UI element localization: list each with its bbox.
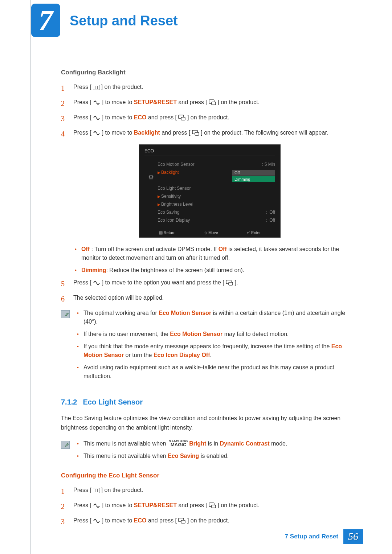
section-title: 7.1.2Eco Light Sensor <box>61 398 359 406</box>
note-item: The optimal working area for Eco Motion … <box>75 309 359 326</box>
section-heading: Configuring Backlight <box>61 69 359 76</box>
osd-row-eco-icon: Eco Icon Display : Off <box>158 216 275 224</box>
keyword: Off <box>219 246 227 252</box>
step-5: 5 Press [ ] to move to the option you wa… <box>61 278 359 289</box>
steps-list-1: 1 Press [ ] on the product. 2 Press [ ] … <box>61 83 359 139</box>
step-text: ] to move to the option you want and pre… <box>102 279 224 286</box>
keyword: Off <box>81 246 90 252</box>
note-item: If you think that the mode entry message… <box>75 342 359 360</box>
osd-label: Eco Saving <box>158 210 180 215</box>
step-text: Press [ <box>73 114 91 120</box>
step-text: ] on the product. The following screen w… <box>201 130 328 136</box>
osd-value: : Off <box>261 218 275 223</box>
step-6: 6 The selected option will be applied. <box>61 294 359 304</box>
step-text: and press [ <box>162 130 190 136</box>
keyword: Backlight <box>134 130 160 136</box>
chapter-number: 7 <box>31 4 60 37</box>
keyword: Eco Motion Sensor <box>159 310 211 316</box>
step-1: 1 Press [ ] on the product. <box>61 83 359 94</box>
enter-icon <box>209 502 216 508</box>
chapter-title: Setup and Reset <box>70 13 178 29</box>
footer-title: 7 Setup and Reset <box>285 533 338 540</box>
osd-value: : Off <box>261 210 275 215</box>
keyword: Eco Saving <box>168 453 199 459</box>
osd-enter: ⏎ Enter <box>247 230 261 235</box>
osd-option-off: Off <box>232 170 275 176</box>
step-text: ] on the product. <box>218 502 260 508</box>
osd-title: ECO <box>144 148 275 156</box>
updown-icon <box>93 503 100 508</box>
step-number: 2 <box>61 98 73 109</box>
step-text: Press [ <box>73 99 91 105</box>
page-content: Configuring Backlight 1 Press [ ] on the… <box>61 69 359 532</box>
page-footer: 7 Setup and Reset 56 <box>0 529 392 544</box>
step2-2: 2 Press [ ] to move to SETUP&RESET and p… <box>61 501 359 512</box>
osd-label: Backlight <box>161 170 179 175</box>
steps-list-3: 1 Press [ ] on the product. 2 Press [ ] … <box>61 486 359 527</box>
osd-label: Eco Motion Sensor <box>158 162 194 167</box>
step-number: 3 <box>61 113 73 124</box>
osd-menu-list: Eco Motion Sensor : 5 Min ▶Backlight Off… <box>158 160 275 224</box>
section-name: Eco Light Sensor <box>83 398 142 406</box>
step-text: ]. <box>235 279 238 286</box>
osd-row-eco-motion: Eco Motion Sensor : 5 Min <box>158 160 275 168</box>
note-block-1: The optimal working area for Eco Motion … <box>61 309 359 384</box>
step-text: and press [ <box>178 99 207 105</box>
step-text: ] to move to <box>102 99 134 105</box>
osd-label: Eco Light Sensor <box>158 186 191 191</box>
updown-icon <box>93 131 100 136</box>
updown-icon <box>93 115 100 120</box>
keyword: Bright <box>189 440 206 447</box>
note-block-2: This menu is not available when SAMSUNGM… <box>61 439 359 464</box>
menu-icon <box>93 85 99 90</box>
step-3: 3 Press [ ] to move to ECO and press [ ]… <box>61 113 359 124</box>
keyword: SETUP&RESET <box>134 502 177 508</box>
enter-icon <box>209 99 216 105</box>
step-2: 2 Press [ ] to move to SETUP&RESET and p… <box>61 98 359 109</box>
note-icon <box>61 439 75 464</box>
step-text: Press [ <box>73 130 91 136</box>
step-text: ] to move to <box>102 517 134 524</box>
step-text: ] on the product. <box>187 114 229 120</box>
note-item: Avoid using radio equipment such as a wa… <box>75 363 359 381</box>
step-text: ] to move to <box>102 130 134 136</box>
keyword: Eco Motion Sensor <box>170 331 222 337</box>
step-text: and press [ <box>178 502 207 508</box>
step-text: ] on the product. <box>101 84 143 90</box>
osd-dropdown: Off Dimming <box>232 170 275 183</box>
section-7-1-2: 7.1.2Eco Light Sensor The Eco Saving fea… <box>61 398 359 527</box>
osd-row-sensitivity: ▶Sensitivity <box>158 192 275 200</box>
osd-row-eco-light: Eco Light Sensor <box>158 184 275 192</box>
step2-3: 3 Press [ ] to move to ECO and press [ ]… <box>61 516 359 527</box>
step-text: Press [ <box>73 84 91 90</box>
osd-footer: ▥ Return ◇ Move ⏎ Enter <box>144 228 275 237</box>
menu-icon <box>93 488 99 493</box>
step-number: 4 <box>61 128 73 139</box>
step-text: ] on the product. <box>101 487 143 493</box>
step-text: Press [ <box>73 502 91 508</box>
osd-row-brightness: ▶Brightness Level <box>158 200 275 208</box>
chapter-badge: 7 <box>31 4 60 37</box>
step-text: ] on the product. <box>218 99 260 105</box>
note-bullets-1: The optimal working area for Eco Motion … <box>75 309 359 384</box>
osd-return: ▥ Return <box>159 230 176 235</box>
step-number: 1 <box>61 486 73 497</box>
keyword: Eco Icon Display Off <box>154 352 210 358</box>
step-text: and press [ <box>148 517 177 524</box>
step-number: 6 <box>61 294 73 304</box>
section-intro: The Eco Saving feature optimizes the vie… <box>61 414 359 432</box>
left-margin-rule <box>30 0 31 554</box>
keyword: Dimming <box>81 267 106 273</box>
osd-value: : 5 Min <box>258 162 275 167</box>
section-number: 7.1.2 <box>61 398 77 406</box>
step-text: ] to move to <box>102 502 134 508</box>
steps-list-2: 5 Press [ ] to move to the option you wa… <box>61 278 359 304</box>
updown-icon <box>93 518 100 524</box>
note-item: This menu is not available when SAMSUNGM… <box>75 439 359 448</box>
osd-screenshot: ECO ⚙ Eco Motion Sensor : 5 Min ▶Backlig… <box>139 144 281 238</box>
config-subhead: Configuring the Eco Light Sensor <box>61 472 359 479</box>
bullet-off: Off : Turn off the screen and activate D… <box>73 245 359 262</box>
step-4: 4 Press [ ] to move to Backlight and pre… <box>61 128 359 139</box>
samsung-magic-logo: SAMSUNGMAGIC <box>169 440 188 447</box>
step-number: 5 <box>61 278 73 289</box>
